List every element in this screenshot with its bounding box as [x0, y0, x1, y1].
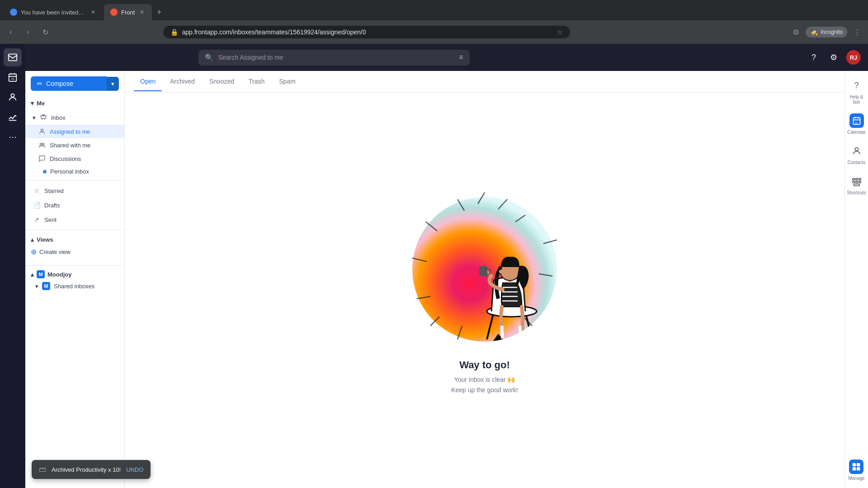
toast-message: Archived Productivity x 10! — [52, 466, 121, 473]
search-icon: 🔍 — [205, 53, 214, 62]
right-panel-shortcuts[interactable]: Shortcuts — [844, 171, 868, 198]
contacts-right-icon — [849, 144, 864, 158]
sidebar-discussions[interactable]: Discussions — [25, 152, 124, 165]
svg-rect-37 — [859, 178, 861, 180]
search-bar[interactable]: 🔍 ≡ — [198, 50, 470, 66]
illustration-svg — [403, 186, 566, 348]
tab-spam[interactable]: Spam — [273, 72, 302, 91]
search-input[interactable] — [218, 54, 455, 61]
filter-icon[interactable]: ≡ — [459, 53, 463, 61]
sidebar-divider-2 — [25, 230, 124, 230]
extensions-button[interactable]: ⧉ — [789, 26, 802, 38]
empty-subtitle: Your inbox is clear 🙌 Keep up the good w… — [451, 375, 518, 395]
invite-tab-label: You have been invited to join Fro... — [21, 9, 86, 16]
drafts-label: Drafts — [44, 202, 60, 209]
me-chevron-icon: ▾ — [31, 100, 34, 107]
undo-button[interactable]: UNDO — [126, 466, 143, 473]
address-bar[interactable]: 🔒 app.frontapp.com/inboxes/teammates/156… — [163, 26, 570, 38]
sidebar-personal-inbox[interactable]: Personal inbox — [25, 165, 124, 178]
moodjoy-badge: M — [37, 270, 45, 278]
me-section-header[interactable]: ▾ Me — [25, 96, 124, 110]
help-top-icon[interactable]: ? — [807, 50, 821, 65]
drafts-icon: 📄 — [33, 201, 41, 209]
compose-area: ✏ Compose ▾ — [31, 76, 119, 91]
moodjoy-section: ▴ M Moodjoy ▾ M Shared inboxes — [25, 268, 124, 295]
invite-tab[interactable]: You have been invited to join Fro... ✕ — [4, 4, 103, 20]
sidebar-shared-with-me[interactable]: Shared with me — [25, 138, 124, 152]
inbox-icon — [39, 113, 47, 122]
moodjoy-chevron-icon: ▴ — [31, 271, 34, 278]
back-button[interactable]: ‹ — [5, 26, 17, 38]
create-view-label: Create view — [39, 249, 71, 255]
mail-icon[interactable] — [4, 48, 22, 66]
tab-trash[interactable]: Trash — [242, 72, 271, 91]
calendar-right-icon: 31 — [849, 113, 864, 128]
tabs-bar: Open Archived Snoozed Trash Spam — [125, 71, 844, 93]
archive-toast-icon: 🗃 — [39, 465, 46, 474]
inbox-label: Inbox — [51, 114, 66, 121]
contacts-label: Contacts — [848, 160, 865, 165]
svg-rect-35 — [852, 178, 854, 180]
reload-button[interactable]: ↻ — [39, 26, 52, 38]
moodjoy-header[interactable]: ▴ M Moodjoy — [31, 270, 119, 278]
moodjoy-label: Moodjoy — [47, 271, 71, 278]
incognito-button[interactable]: 🕵 Incognito — [806, 27, 847, 38]
assigned-label: Assigned to me — [50, 128, 90, 135]
empty-title: Way to go! — [459, 359, 510, 371]
create-view-button[interactable]: ⊕ Create view — [31, 245, 119, 259]
svg-point-30 — [499, 270, 503, 273]
sidebar-divider-3 — [25, 265, 124, 266]
empty-state: Way to go! Your inbox is clear 🙌 Keep up… — [125, 93, 844, 488]
compose-arrow-icon: ▾ — [111, 80, 114, 87]
sidebar-assigned-to-me[interactable]: Assigned to me — [25, 125, 124, 138]
me-section: ▾ Me ▾ Inbox — [25, 96, 124, 227]
incognito-icon: 🕵 — [810, 28, 818, 36]
compose-dropdown-button[interactable]: ▾ — [107, 77, 119, 91]
svg-rect-43 — [857, 463, 860, 467]
right-panel-calendar[interactable]: 31 Calendar — [844, 111, 868, 137]
shortcuts-label: Shortcuts — [847, 190, 866, 195]
contacts-toolbar-icon[interactable] — [4, 88, 22, 106]
calendar-toolbar-icon[interactable]: 31 — [4, 68, 22, 86]
invite-tab-close[interactable]: ✕ — [90, 9, 97, 16]
shared-inboxes-chevron-icon: ▾ — [35, 283, 38, 290]
front-tab[interactable]: Front ✕ — [104, 4, 152, 20]
star-icon[interactable]: ☆ — [557, 28, 563, 36]
tab-open[interactable]: Open — [134, 72, 162, 91]
svg-point-6 — [42, 143, 44, 145]
sidebar-drafts[interactable]: 📄 Drafts — [25, 198, 124, 212]
personal-inbox-label: Personal inbox — [50, 168, 89, 175]
sent-label: Sent — [44, 216, 57, 223]
svg-point-5 — [40, 143, 42, 145]
right-panel-manage[interactable]: Manage — [845, 457, 867, 483]
sidebar-inbox[interactable]: ▾ Inbox — [25, 110, 124, 125]
shared-with-me-label: Shared with me — [50, 142, 90, 149]
star-sidebar-icon: ☆ — [33, 187, 41, 195]
sidebar-sent[interactable]: ↗ Sent — [25, 212, 124, 227]
compose-button[interactable]: ✏ Compose — [31, 76, 107, 91]
svg-rect-44 — [853, 467, 856, 471]
svg-rect-39 — [855, 181, 858, 183]
sidebar-starred[interactable]: ☆ Starred — [25, 183, 124, 198]
create-view-plus-icon: ⊕ — [31, 248, 37, 256]
new-tab-button[interactable]: + — [153, 6, 165, 19]
shared-inboxes-item[interactable]: ▾ M Shared inboxes — [31, 279, 119, 293]
more-toolbar-icon[interactable]: ⋯ — [4, 128, 22, 146]
user-avatar[interactable]: RJ — [846, 50, 861, 65]
right-panel-help[interactable]: ? Help & tips — [845, 75, 868, 107]
lock-icon: 🔒 — [170, 28, 178, 36]
views-header[interactable]: ▴ Views — [31, 236, 119, 243]
tab-archived[interactable]: Archived — [164, 72, 201, 91]
front-tab-close[interactable]: ✕ — [138, 9, 146, 16]
analytics-toolbar-icon[interactable] — [4, 108, 22, 126]
tab-snoozed[interactable]: Snoozed — [203, 72, 241, 91]
right-panel-contacts[interactable]: Contacts — [845, 141, 868, 168]
svg-point-3 — [11, 94, 14, 97]
views-chevron-icon: ▴ — [31, 236, 34, 243]
right-panel: ? Help & tips 31 Calendar Contacts — [844, 71, 868, 488]
menu-button[interactable]: ⋮ — [851, 26, 863, 38]
settings-top-icon[interactable]: ⚙ — [826, 50, 841, 65]
forward-button[interactable]: › — [22, 26, 34, 38]
personal-dot — [43, 170, 47, 174]
svg-text:31: 31 — [854, 122, 857, 124]
